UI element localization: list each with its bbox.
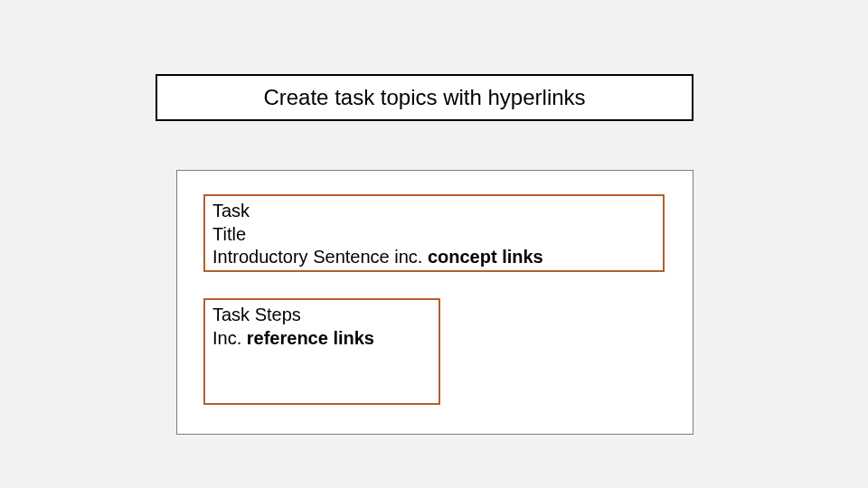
intro-line3-prefix: Introductory Sentence inc. (212, 247, 428, 267)
steps-line2-prefix: Inc. (212, 328, 247, 348)
steps-line2: Inc. reference links (212, 327, 431, 351)
intro-line-title: Title (212, 223, 656, 247)
intro-line-task: Task (212, 200, 656, 223)
intro-line-sentence: Introductory Sentence inc. concept links (212, 246, 656, 269)
steps-line1: Task Steps (212, 304, 431, 327)
intro-box: Task Title Introductory Sentence inc. co… (203, 194, 665, 272)
title-box: Create task topics with hyperlinks (156, 74, 693, 121)
intro-line3-bold: concept links (428, 247, 543, 267)
steps-line2-bold: reference links (247, 328, 374, 348)
steps-box: Task Steps Inc. reference links (203, 298, 440, 405)
page-title: Create task topics with hyperlinks (263, 85, 585, 110)
